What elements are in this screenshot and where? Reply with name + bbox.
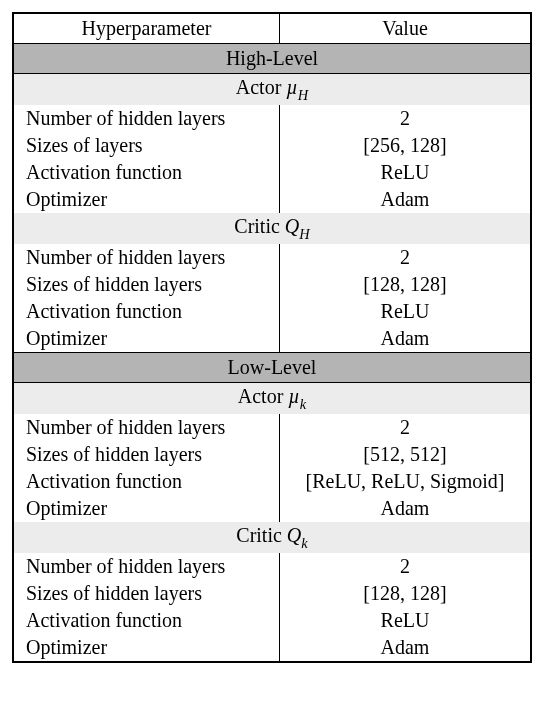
subsection-symbol: Q [285, 215, 299, 237]
param-value: 2 [280, 105, 532, 132]
param-name: Number of hidden layers [13, 105, 280, 132]
param-name: Number of hidden layers [13, 244, 280, 271]
param-name: Sizes of hidden layers [13, 271, 280, 298]
section-low-level: Low-Level [13, 353, 531, 383]
subsection-prefix: Actor [236, 76, 287, 98]
param-name: Number of hidden layers [13, 553, 280, 580]
table-row: Activation functionReLU [13, 159, 531, 186]
param-value: Adam [280, 325, 532, 353]
table-row: Sizes of hidden layers[128, 128] [13, 271, 531, 298]
param-name: Optimizer [13, 495, 280, 522]
table-row: Sizes of hidden layers[512, 512] [13, 441, 531, 468]
table-row: Sizes of hidden layers[128, 128] [13, 580, 531, 607]
param-value: [256, 128] [280, 132, 532, 159]
param-value: 2 [280, 414, 532, 441]
table-row: Number of hidden layers2 [13, 244, 531, 271]
subsection-critic-Q-H: Critic QH [13, 213, 531, 244]
param-name: Activation function [13, 607, 280, 634]
table-row: OptimizerAdam [13, 186, 531, 213]
subsection-symbol: Q [287, 524, 301, 546]
param-name: Sizes of hidden layers [13, 441, 280, 468]
table-row: OptimizerAdam [13, 325, 531, 353]
param-name: Optimizer [13, 325, 280, 353]
param-name: Optimizer [13, 634, 280, 662]
subsection-actor-mu-H: Actor µH [13, 74, 531, 106]
subsection-prefix: Critic [236, 524, 287, 546]
param-name: Number of hidden layers [13, 414, 280, 441]
subsection-subscript: H [298, 87, 308, 103]
subsection-prefix: Actor [238, 385, 289, 407]
param-value: [ReLU, ReLU, Sigmoid] [280, 468, 532, 495]
param-value: Adam [280, 634, 532, 662]
param-value: [128, 128] [280, 580, 532, 607]
section-label: Low-Level [13, 353, 531, 383]
table-row: OptimizerAdam [13, 495, 531, 522]
param-name: Optimizer [13, 186, 280, 213]
table-row: Activation functionReLU [13, 607, 531, 634]
param-value: Adam [280, 495, 532, 522]
subsection-actor-mu-k: Actor µk [13, 383, 531, 415]
subsection-subscript: H [299, 226, 309, 242]
param-value: ReLU [280, 298, 532, 325]
param-value: [512, 512] [280, 441, 532, 468]
subsection-prefix: Critic [234, 215, 285, 237]
section-high-level: High-Level [13, 44, 531, 74]
param-value: ReLU [280, 159, 532, 186]
table-header: Hyperparameter Value [13, 13, 531, 44]
param-value: 2 [280, 553, 532, 580]
table-row: Sizes of layers[256, 128] [13, 132, 531, 159]
subsection-symbol: µ [288, 385, 300, 407]
table-row: Activation function[ReLU, ReLU, Sigmoid] [13, 468, 531, 495]
header-left: Hyperparameter [13, 13, 280, 44]
param-name: Sizes of layers [13, 132, 280, 159]
header-right: Value [280, 13, 532, 44]
param-value: Adam [280, 186, 532, 213]
param-name: Activation function [13, 468, 280, 495]
subsection-symbol: µ [286, 76, 298, 98]
subsection-subscript: k [300, 396, 306, 412]
subsection-subscript: k [301, 535, 307, 551]
section-label: High-Level [13, 44, 531, 74]
hyperparameter-table: Hyperparameter Value High-Level Actor µH… [12, 12, 532, 663]
table-row: OptimizerAdam [13, 634, 531, 662]
table-row: Activation functionReLU [13, 298, 531, 325]
subsection-critic-Q-k: Critic Qk [13, 522, 531, 553]
table-row: Number of hidden layers2 [13, 105, 531, 132]
param-value: ReLU [280, 607, 532, 634]
param-name: Activation function [13, 159, 280, 186]
param-name: Sizes of hidden layers [13, 580, 280, 607]
param-value: 2 [280, 244, 532, 271]
table-row: Number of hidden layers2 [13, 553, 531, 580]
param-value: [128, 128] [280, 271, 532, 298]
param-name: Activation function [13, 298, 280, 325]
table-row: Number of hidden layers2 [13, 414, 531, 441]
